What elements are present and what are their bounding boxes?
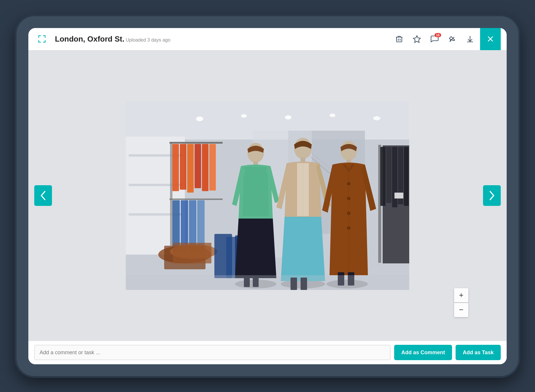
tablet-frame: London, Oxford St. Uploaded 3 days ago: [17, 16, 518, 376]
image-area: + −: [28, 50, 507, 341]
comment-button[interactable]: 18: [427, 31, 442, 47]
toolbar: London, Oxford St. Uploaded 3 days ago: [28, 28, 507, 50]
svg-rect-68: [380, 147, 386, 206]
toolbar-left: London, Oxford St. Uploaded 3 days ago: [34, 31, 387, 47]
svg-rect-22: [169, 142, 223, 144]
svg-point-8: [196, 117, 203, 121]
main-content: + − Add as Comment Add as Task: [28, 50, 507, 364]
close-button[interactable]: [480, 28, 501, 50]
star-button[interactable]: [409, 31, 425, 47]
svg-point-11: [330, 114, 335, 117]
svg-rect-26: [195, 144, 201, 188]
svg-point-10: [285, 115, 291, 119]
svg-rect-28: [209, 144, 216, 191]
download-button[interactable]: [462, 31, 478, 47]
svg-rect-69: [386, 147, 392, 203]
svg-rect-24: [180, 144, 186, 190]
svg-rect-29: [169, 199, 223, 200]
zoom-in-button[interactable]: +: [454, 288, 468, 302]
prev-image-button[interactable]: [34, 185, 52, 206]
toolbar-right: 18: [392, 28, 501, 50]
svg-rect-73: [394, 193, 403, 199]
delete-button[interactable]: [392, 31, 407, 47]
upload-date: Uploaded 3 days ago: [126, 37, 170, 42]
svg-rect-23: [172, 144, 179, 191]
svg-rect-25: [187, 144, 194, 193]
svg-rect-72: [404, 147, 409, 206]
svg-point-9: [241, 114, 247, 118]
pin-button[interactable]: [445, 31, 460, 47]
add-comment-button[interactable]: Add as Comment: [394, 345, 452, 360]
svg-rect-0: [397, 37, 402, 42]
zoom-out-button[interactable]: −: [454, 303, 468, 317]
svg-rect-27: [202, 144, 208, 191]
svg-marker-3: [413, 36, 420, 42]
store-image: [126, 101, 409, 290]
title-area: London, Oxford St. Uploaded 3 days ago: [55, 35, 170, 44]
next-image-button[interactable]: [483, 185, 501, 206]
comment-input[interactable]: [34, 345, 391, 360]
zoom-controls: + −: [454, 288, 468, 317]
svg-point-55: [340, 141, 357, 161]
notification-badge: 18: [435, 33, 441, 37]
page-title: London, Oxford St.: [55, 35, 124, 43]
tablet-screen: London, Oxford St. Uploaded 3 days ago: [28, 28, 507, 364]
svg-rect-65: [126, 275, 409, 290]
svg-rect-52: [297, 163, 309, 216]
svg-rect-21: [170, 142, 172, 246]
add-task-button[interactable]: Add as Task: [456, 345, 501, 360]
svg-point-12: [373, 116, 380, 120]
comment-bar: Add as Comment Add as Task: [28, 341, 507, 364]
svg-rect-37: [173, 243, 211, 263]
expand-button[interactable]: [34, 31, 50, 47]
